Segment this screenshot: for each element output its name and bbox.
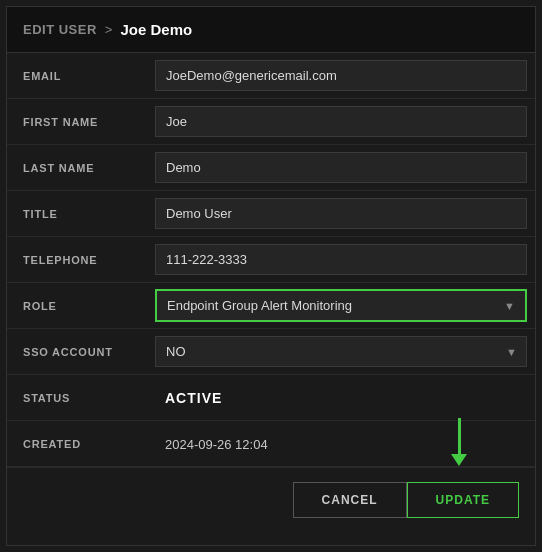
title-input[interactable] [155,198,527,229]
telephone-label: TELEPHONE [7,244,147,276]
telephone-input[interactable] [155,244,527,275]
first-name-input[interactable] [155,106,527,137]
sso-account-row: SSO ACCOUNT NO ▼ [7,329,535,375]
last-name-input[interactable] [155,152,527,183]
telephone-field-wrapper [147,242,535,277]
created-value-wrapper: 2024-09-26 12:04 [147,433,535,455]
status-row: STATUS ACTIVE [7,375,535,421]
role-row: ROLE Endpoint Group Alert Monitoring ▼ [7,283,535,329]
status-value-wrapper: ACTIVE [147,387,535,409]
edit-user-label: EDIT USER [23,22,97,37]
user-name-heading: Joe Demo [120,21,192,38]
update-arrow-indicator [451,418,467,466]
last-name-row: LAST NAME [7,145,535,191]
title-row: TITLE [7,191,535,237]
update-button[interactable]: UPDATE [407,482,519,518]
sso-account-select-wrapper: NO ▼ [155,336,527,367]
sso-account-field-wrapper: NO ▼ [147,334,535,369]
title-label: TITLE [7,198,147,230]
email-row: EMAIL [7,53,535,99]
role-select[interactable]: Endpoint Group Alert Monitoring [157,291,525,320]
status-label: STATUS [7,382,147,414]
sso-account-select[interactable]: NO [155,336,527,367]
modal-body: EMAIL FIRST NAME LAST NAME TITLE TELEPHO [7,53,535,467]
breadcrumb-arrow: > [105,22,113,37]
telephone-row: TELEPHONE [7,237,535,283]
role-field-wrapper: Endpoint Group Alert Monitoring ▼ [147,287,535,324]
modal-footer: CANCEL UPDATE [7,467,535,532]
role-label: ROLE [7,290,147,322]
created-label: CREATED [7,428,147,460]
email-input[interactable] [155,60,527,91]
status-value: ACTIVE [155,380,232,416]
created-value: 2024-09-26 12:04 [155,427,278,462]
sso-account-label: SSO ACCOUNT [7,336,147,368]
email-label: EMAIL [7,60,147,92]
title-field-wrapper [147,196,535,231]
arrow-head-icon [451,454,467,466]
cancel-button[interactable]: CANCEL [293,482,407,518]
first-name-field-wrapper [147,104,535,139]
last-name-field-wrapper [147,150,535,185]
edit-user-modal: EDIT USER > Joe Demo EMAIL FIRST NAME LA… [6,6,536,546]
first-name-label: FIRST NAME [7,106,147,138]
email-field-wrapper [147,58,535,93]
arrow-line [458,418,461,454]
first-name-row: FIRST NAME [7,99,535,145]
last-name-label: LAST NAME [7,152,147,184]
role-select-wrapper: Endpoint Group Alert Monitoring ▼ [155,289,527,322]
modal-header: EDIT USER > Joe Demo [7,7,535,53]
